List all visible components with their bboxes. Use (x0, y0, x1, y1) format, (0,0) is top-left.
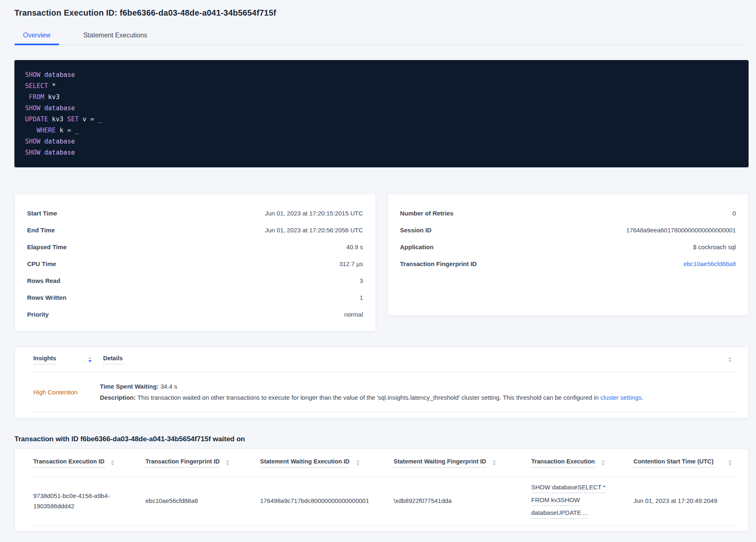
txn-fingerprint-link[interactable]: ebc10ae56cfd88a8 (683, 260, 736, 267)
insight-badge: High Contention (33, 389, 100, 396)
rows-read-label: Rows Read (27, 277, 60, 284)
summary-row-txn-fingerprint: Transaction Fingerprint ID ebc10ae56cfd8… (400, 255, 736, 272)
sort-icon[interactable] (728, 357, 732, 362)
sort-icon[interactable] (88, 357, 92, 362)
sort-up-arrow-icon (111, 460, 114, 462)
cell-statement-waiting-fingerprint-id: \xdb8922f077541dda (394, 496, 531, 506)
retries-label: Number of Retries (400, 210, 454, 217)
summary-row-elapsed-time: Elapsed Time 40.9 s (27, 239, 363, 255)
description-suffix: . (641, 394, 643, 401)
summary-cards: Start Time Jun 01, 2023 at 17:20:15:2015… (14, 194, 749, 331)
cpu-time-label: CPU Time (27, 260, 56, 267)
summary-row-retries: Number of Retries 0 (400, 205, 736, 222)
rows-read-value: 3 (360, 277, 363, 284)
transaction-execution-link[interactable]: databaseUPDATE ... (531, 509, 588, 519)
summary-row-priority: Priority normal (27, 306, 363, 323)
col-header-statement-waiting-execution-id[interactable]: Statement Waiting Execution ID (260, 458, 394, 468)
tab-statement-executions[interactable]: Statement Executions (75, 28, 156, 44)
waited-table-header: Transaction Execution ID Transaction Fin… (33, 449, 738, 477)
summary-row-end-time: End Time Jun 01, 2023 at 17:20:56:2056 U… (27, 222, 363, 239)
sql-line: WHERE k = _ (25, 125, 738, 136)
summary-row-start-time: Start Time Jun 01, 2023 at 17:20:15:2015… (27, 205, 363, 222)
start-time-value: Jun 01, 2023 at 17:20:15:2015 UTC (265, 210, 363, 217)
insight-details: Time Spent Waiting: 34.4 s Description: … (100, 382, 643, 403)
cell-transaction-execution-id: 9738d051-bc0e-4158-a9b4-1903586ddd42 (33, 491, 145, 512)
page-title: Transaction Execution ID: f6be6366-da03-… (14, 8, 749, 18)
session-id-label: Session ID (400, 227, 432, 234)
sql-line: SELECT * (25, 81, 738, 92)
txn-fingerprint-label: Transaction Fingerprint ID (400, 260, 477, 267)
col-header-transaction-fingerprint-id[interactable]: Transaction Fingerprint ID (145, 458, 260, 468)
col-label: Transaction Execution (531, 458, 595, 468)
col-label: Transaction Fingerprint ID (145, 458, 219, 468)
summary-row-session-id: Session ID 17648a9eea6017800000000000000… (400, 222, 736, 239)
insights-column-header[interactable]: Insights (33, 355, 82, 364)
sort-icon (493, 460, 496, 466)
sql-line: SHOW database (25, 69, 738, 81)
start-time-label: Start Time (27, 210, 57, 217)
table-row: 9738d051-bc0e-4158-a9b4-1903586ddd42 ebc… (33, 477, 738, 526)
sort-up-arrow-icon (226, 460, 229, 462)
sort-up-arrow-icon (356, 460, 360, 462)
sort-down-arrow-icon (728, 463, 732, 466)
sql-line: UPDATE kv3 SET v = _ (25, 114, 738, 125)
sort-icon (602, 460, 605, 466)
sql-line: SHOW database (25, 147, 738, 158)
sort-icon[interactable] (728, 460, 732, 466)
col-header-transaction-execution[interactable]: Transaction Execution (531, 458, 634, 468)
end-time-label: End Time (27, 227, 55, 234)
sql-statements-box: SHOW database SELECT * FROM kv3 SHOW dat… (14, 60, 749, 167)
time-spent-waiting-value: 34.4 s (159, 383, 177, 390)
cell-transaction-fingerprint-id: ebc10ae56cfd88a8 (145, 496, 260, 506)
tab-overview[interactable]: Overview (14, 28, 59, 44)
col-label: Contention Start Time (UTC) (634, 458, 714, 468)
insight-row: High Contention Time Spent Waiting: 34.4… (33, 372, 738, 412)
tab-bar: Overview Statement Executions (14, 28, 749, 45)
col-header-transaction-execution-id[interactable]: Transaction Execution ID (33, 458, 145, 468)
sort-up-arrow-icon (493, 460, 496, 462)
waited-on-heading: Transaction with ID f6be6366-da03-48de-a… (14, 435, 749, 443)
time-spent-waiting: Time Spent Waiting: 34.4 s (100, 382, 643, 391)
sql-line: SHOW database (25, 136, 738, 147)
details-column-header[interactable]: Details (103, 355, 129, 364)
rows-written-label: Rows Written (27, 294, 67, 301)
insights-table-header: Insights Details (33, 347, 738, 372)
rows-written-value: 1 (360, 294, 363, 301)
col-label: Transaction Execution ID (33, 458, 104, 468)
sort-icon (111, 460, 114, 466)
sort-down-arrow-icon (493, 463, 496, 466)
summary-row-application: Application $ cockroach sql (400, 239, 736, 255)
sort-down-arrow-icon (728, 360, 732, 362)
elapsed-time-value: 40.9 s (346, 243, 363, 250)
priority-value: normal (344, 311, 363, 318)
tab-statement-executions-label: Statement Executions (83, 32, 148, 39)
col-label: Statement Waiting Execution ID (260, 458, 350, 468)
description-text: This transaction waited on other transac… (136, 394, 601, 401)
transaction-details-page: Transaction Execution ID: f6be6366-da03-… (0, 0, 756, 531)
sort-down-arrow-icon (88, 360, 92, 362)
sort-up-arrow-icon (728, 357, 732, 359)
sort-up-arrow-icon (88, 357, 92, 359)
sort-up-arrow-icon (728, 460, 732, 462)
waited-on-table: Transaction Execution ID Transaction Fin… (14, 449, 749, 531)
summary-card-left: Start Time Jun 01, 2023 at 17:20:15:2015… (14, 194, 376, 331)
col-header-statement-waiting-fingerprint-id[interactable]: Statement Waiting Fingerprint ID (394, 458, 531, 468)
sql-line: SHOW database (25, 103, 738, 114)
retries-value: 0 (733, 210, 736, 217)
elapsed-time-label: Elapsed Time (27, 243, 67, 250)
transaction-execution-link[interactable]: SHOW databaseSELECT * (531, 484, 606, 493)
session-id-value: 17648a9eea6017800000000000000001 (626, 227, 736, 234)
cluster-settings-link[interactable]: cluster settings (600, 394, 641, 401)
summary-row-cpu-time: CPU Time 312.7 µs (27, 255, 363, 272)
col-header-contention-start-time[interactable]: Contention Start Time (UTC) (634, 458, 728, 468)
description-label: Description: (100, 394, 136, 401)
insight-description: Description: This transaction waited on … (100, 393, 643, 403)
priority-label: Priority (27, 311, 49, 318)
sort-icon (356, 460, 360, 466)
transaction-execution-link[interactable]: FROM kv3SHOW (531, 496, 580, 506)
sort-down-arrow-icon (226, 463, 229, 466)
sort-down-arrow-icon (111, 463, 114, 466)
cell-transaction-execution: SHOW databaseSELECT * FROM kv3SHOW datab… (531, 484, 634, 518)
sql-line: FROM kv3 (25, 92, 738, 103)
application-value: $ cockroach sql (693, 243, 736, 250)
